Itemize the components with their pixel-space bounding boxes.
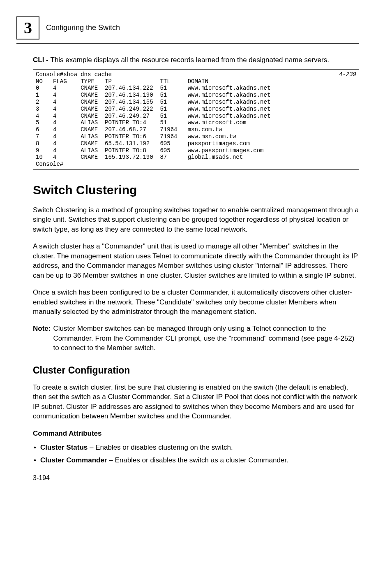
chapter-number: 3 [24,16,32,39]
cli-intro: CLI - This example displays all the reso… [33,55,359,65]
heading-switch-clustering: Switch Clustering [33,181,359,199]
header-rule [16,43,359,44]
page-number: 3-194 [33,474,359,483]
chapter-number-box: 3 [16,16,39,39]
para-3: Once a switch has been configured to be … [33,288,359,316]
note-text: Cluster Member switches can be managed t… [53,324,359,353]
console-row: 4 4 CNAME 207.46.249.27 51 www.microsoft… [36,113,270,119]
console-row: 1 4 CNAME 207.46.134.190 51 www.microsof… [36,92,270,98]
para-1: Switch Clustering is a method of groupin… [33,205,359,234]
command-attributes-list: Cluster Status – Enables or disables clu… [33,443,359,466]
cli-text: This example displays all the resource r… [51,56,329,64]
console-row: 8 4 CNAME 65.54.131.192 605 passportimag… [36,140,250,147]
para-2: A switch cluster has a "Commander" unit … [33,241,359,280]
console-row: 10 4 CNAME 165.193.72.190 87 global.msad… [36,154,243,160]
console-header-row: NO FLAG TYPE IP TTL DOMAIN [36,78,208,85]
console-row: 9 4 ALIAS POINTER TO:8 605 www.passporti… [36,147,264,154]
console-row: 5 4 ALIAS POINTER TO:4 51 www.microsoft.… [36,119,246,126]
list-item-bold: Cluster Commander [40,456,107,464]
command-attributes-heading: Command Attributes [33,429,359,439]
console-page-ref: 4-239 [339,71,356,78]
cli-label: CLI - [33,56,51,64]
console-prompt: Console# [36,161,63,167]
console-output: Console#show dns cache4-239NO FLAG TYPE … [33,69,359,170]
list-item-rest: – Enables or disables the switch as a cl… [107,456,288,464]
note-label: Note: [33,324,53,353]
page-header-title: Configuring the Switch [46,23,120,33]
console-row: 2 4 CNAME 207.46.134.155 51 www.microsof… [36,99,270,105]
console-row: 3 4 CNAME 207.46.249.222 51 www.microsof… [36,106,270,112]
console-cmd: Console#show dns cache [36,71,112,78]
console-row: 7 4 ALIAS POINTER TO:6 71964 www.msn.com… [36,133,236,140]
list-item: Cluster Commander – Enables or disables … [33,455,359,465]
list-item-rest: – Enables or disables clustering on the … [88,443,233,451]
heading-cluster-configuration: Cluster Configuration [33,364,359,377]
list-item: Cluster Status – Enables or disables clu… [33,443,359,453]
list-item-bold: Cluster Status [40,443,88,451]
note-block: Note: Cluster Member switches can be man… [33,324,359,353]
para-4: To create a switch cluster, first be sur… [33,383,359,421]
page-header: 3 Configuring the Switch [33,16,359,39]
console-row: 6 4 CNAME 207.46.68.27 71964 msn.com.tw [36,126,222,133]
console-row: 0 4 CNAME 207.46.134.222 51 www.microsof… [36,85,270,91]
